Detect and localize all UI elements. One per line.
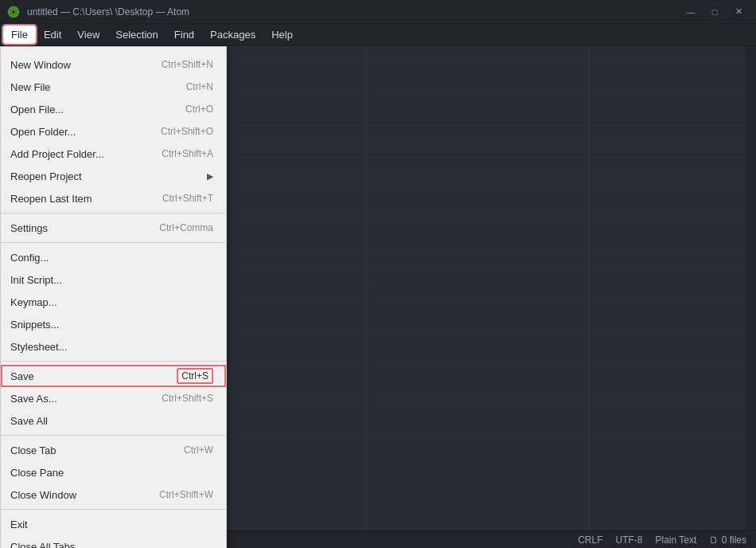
status-crlf[interactable]: CRLF [578, 534, 602, 546]
menu-open-folder[interactable]: Open Folder... Ctrl+Shift+O [1, 120, 226, 143]
menu-new-window-shortcut: Ctrl+Shift+N [162, 59, 213, 70]
status-grammar[interactable]: Plain Text [656, 534, 697, 546]
atom-logo-icon [6, 5, 21, 19]
menu-close-tab[interactable]: Close Tab Ctrl+W [1, 439, 226, 461]
menu-save-shortcut: Ctrl+S [177, 368, 213, 384]
ruler-line-2 [589, 46, 590, 530]
menu-add-project-folder-label: Add Project Folder... [10, 148, 104, 160]
status-files[interactable]: 🗋 0 files [709, 534, 746, 546]
menu-reopen-project[interactable]: Reopen Project ▶ [1, 165, 226, 187]
menu-settings[interactable]: Settings Ctrl+Comma [1, 217, 226, 239]
menu-stylesheet-label: Stylesheet... [10, 341, 68, 353]
menu-close-pane-label: Close Pane [10, 467, 64, 479]
menu-snippets[interactable]: Snippets... [1, 313, 226, 335]
menu-save-label: Save [10, 370, 34, 382]
menu-open-file-label: Open File... [10, 104, 64, 115]
svg-point-4 [12, 10, 15, 14]
menu-new-window[interactable]: New Window Ctrl+Shift+N [1, 53, 226, 76]
menu-open-file-shortcut: Ctrl+O [185, 104, 213, 115]
menu-new-file[interactable]: New File Ctrl+N [1, 76, 226, 98]
menu-close-window-label: Close Window [10, 489, 76, 501]
ruler-line [366, 46, 367, 530]
menu-new-window-label: New Window [10, 59, 71, 71]
menu-save-as-label: Save As... [10, 393, 57, 405]
menu-close-pane[interactable]: Close Pane [1, 461, 226, 483]
menu-reopen-last-item-shortcut: Ctrl+Shift+T [162, 193, 213, 204]
menu-settings-shortcut: Ctrl+Comma [159, 222, 213, 233]
menu-save-all[interactable]: Save All [1, 409, 226, 432]
menu-save[interactable]: Save Ctrl+S [1, 365, 226, 387]
menu-view[interactable]: View [69, 25, 107, 44]
maximize-button[interactable]: □ [703, 3, 726, 21]
menu-keymap-label: Keymap... [10, 296, 57, 308]
menu-reopen-last-item-label: Reopen Last Item [10, 193, 92, 205]
menu-group-2: Settings Ctrl+Comma [1, 213, 226, 243]
menu-edit[interactable]: Edit [36, 25, 69, 44]
status-encoding[interactable]: UTF-8 [616, 534, 643, 546]
menu-config[interactable]: Config... [1, 246, 226, 268]
menu-settings-label: Settings [10, 222, 48, 234]
menu-init-script[interactable]: Init Script... [1, 268, 226, 291]
menu-close-tab-shortcut: Ctrl+W [184, 444, 213, 456]
menu-snippets-label: Snippets... [10, 319, 59, 331]
close-button[interactable]: ✕ [727, 3, 750, 21]
menu-open-folder-label: Open Folder... [10, 126, 76, 138]
menu-save-as-shortcut: Ctrl+Shift+S [162, 393, 213, 404]
menu-close-all-tabs[interactable]: Close All Tabs [1, 535, 226, 548]
menu-add-project-folder[interactable]: Add Project Folder... Ctrl+Shift+A [1, 143, 226, 165]
scrollbar-track[interactable] [745, 46, 756, 530]
menu-group-3: Config... Init Script... Keymap... Snipp… [1, 243, 226, 362]
menu-bar: File Edit View Selection Find Packages H… [0, 24, 756, 46]
menu-close-tab-label: Close Tab [10, 444, 57, 456]
menu-close-window-shortcut: Ctrl+Shift+W [159, 489, 213, 500]
menu-group-6: Exit Close All Tabs [1, 510, 226, 548]
menu-exit-label: Exit [10, 519, 28, 530]
title-bar: untitled — C:\Users\ \Desktop — Atom — □… [0, 0, 756, 24]
minimize-button[interactable]: — [680, 3, 702, 21]
menu-stylesheet[interactable]: Stylesheet... [1, 335, 226, 358]
window-title: untitled — C:\Users\ \Desktop — Atom [27, 6, 189, 18]
menu-save-all-label: Save All [10, 415, 48, 427]
menu-exit[interactable]: Exit [1, 513, 226, 535]
menu-config-label: Config... [10, 252, 49, 264]
menu-close-all-tabs-label: Close All Tabs [10, 541, 75, 549]
menu-open-folder-shortcut: Ctrl+Shift+O [161, 126, 213, 137]
menu-add-project-folder-shortcut: Ctrl+Shift+A [162, 148, 213, 159]
menu-keymap[interactable]: Keymap... [1, 291, 226, 313]
menu-file[interactable]: File [3, 25, 36, 44]
menu-open-file[interactable]: Open File... Ctrl+O [1, 98, 226, 120]
menu-group-4: Save Ctrl+S Save As... Ctrl+Shift+S Save… [1, 362, 226, 436]
menu-find[interactable]: Find [166, 25, 202, 44]
menu-new-file-label: New File [10, 81, 51, 93]
menu-selection[interactable]: Selection [107, 25, 166, 44]
menu-group-5: Close Tab Ctrl+W Close Pane Close Window… [1, 436, 226, 510]
menu-reopen-last-item[interactable]: Reopen Last Item Ctrl+Shift+T [1, 187, 226, 209]
menu-group-1: New Window Ctrl+Shift+N New File Ctrl+N … [1, 50, 226, 213]
menu-help[interactable]: Help [263, 25, 301, 44]
arrow-right-icon: ▶ [207, 171, 213, 182]
menu-packages[interactable]: Packages [202, 25, 263, 44]
title-bar-left: untitled — C:\Users\ \Desktop — Atom [6, 5, 189, 19]
menu-save-as[interactable]: Save As... Ctrl+Shift+S [1, 387, 226, 409]
title-bar-controls: — □ ✕ [680, 3, 750, 21]
menu-reopen-project-label: Reopen Project [10, 170, 82, 182]
menu-init-script-label: Init Script... [10, 274, 62, 286]
menu-close-window[interactable]: Close Window Ctrl+Shift+W [1, 483, 226, 506]
menu-new-file-shortcut: Ctrl+N [186, 81, 213, 92]
file-dropdown-menu: New Window Ctrl+Shift+N New File Ctrl+N … [0, 46, 227, 548]
